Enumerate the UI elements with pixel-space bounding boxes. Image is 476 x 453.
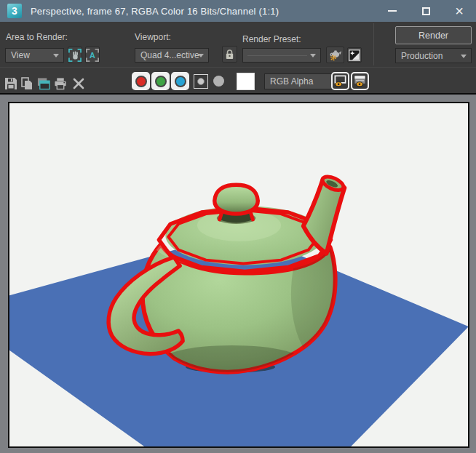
render-toolbar: Area to Render: View A Viewport: Quad 4.… xyxy=(0,22,476,67)
clear-image-button[interactable] xyxy=(72,77,85,90)
area-to-render-value: View xyxy=(11,50,30,60)
clone-rendered-frame-icon xyxy=(37,77,50,90)
pan-region-button[interactable] xyxy=(68,47,82,63)
auto-region-icon: A xyxy=(86,49,99,62)
render-button-label: Render xyxy=(419,31,448,41)
toggle-ui-button[interactable] xyxy=(351,72,369,90)
copy-image-button[interactable] xyxy=(20,77,33,90)
alpha-channel-icon xyxy=(197,78,205,85)
close-icon: × xyxy=(455,4,464,18)
toggle-ui-icon xyxy=(353,74,367,88)
viewport-value: Quad 4...ective xyxy=(140,50,199,60)
copy-icon xyxy=(20,77,33,90)
minimize-icon xyxy=(388,10,397,12)
clone-rendered-frame-button[interactable] xyxy=(37,77,50,90)
background-color-swatch[interactable] xyxy=(237,73,255,90)
image-toolbar: RGB Alpha xyxy=(0,67,476,95)
rendered-frame-window: 3 Perspective, frame 67, RGBA Color 16 B… xyxy=(0,0,476,453)
save-image-button[interactable] xyxy=(4,77,17,90)
green-channel-icon xyxy=(155,76,167,87)
app-icon: 3 xyxy=(7,4,22,18)
blue-channel-icon xyxy=(175,76,186,87)
lock-viewport-button[interactable] xyxy=(222,46,237,63)
print-image-button[interactable] xyxy=(54,77,67,90)
teapot-knob xyxy=(215,185,258,214)
viewport-label: Viewport: xyxy=(135,32,171,42)
channel-display-value: RGB Alpha xyxy=(270,76,313,87)
preset-divider-line xyxy=(247,55,307,56)
delete-icon xyxy=(72,77,85,90)
red-channel-icon xyxy=(135,76,147,87)
toggle-ui-overlays-button[interactable] xyxy=(331,72,349,90)
alpha-channel-toggle[interactable] xyxy=(194,74,208,89)
svg-text:A: A xyxy=(90,51,95,60)
area-to-render-dropdown[interactable]: View xyxy=(5,48,64,63)
toggle-ui-overlays-icon xyxy=(333,74,347,88)
canvas-frame xyxy=(0,95,476,453)
viewport-dropdown[interactable]: Quad 4...ective xyxy=(135,48,209,63)
maximize-button[interactable] xyxy=(409,0,443,22)
chevron-down-icon xyxy=(53,54,59,57)
area-to-render-label: Area to Render: xyxy=(6,32,68,42)
render-preset-dropdown[interactable] xyxy=(242,48,321,63)
chevron-down-icon xyxy=(198,54,204,57)
titlebar: 3 Perspective, frame 67, RGBA Color 16 B… xyxy=(0,0,476,22)
chevron-down-icon xyxy=(461,55,467,58)
render-preset-label: Render Preset: xyxy=(242,34,301,44)
render-setup-button[interactable] xyxy=(326,47,344,63)
print-icon xyxy=(54,77,67,90)
green-channel-toggle[interactable] xyxy=(151,72,170,90)
toolbar-divider xyxy=(373,23,374,65)
lock-viewport-icon xyxy=(223,48,236,60)
maximize-icon xyxy=(422,7,430,15)
render-mode-dropdown[interactable]: Production xyxy=(395,48,472,63)
window-controls: × xyxy=(376,0,476,22)
render-button[interactable]: Render xyxy=(395,26,472,44)
red-channel-toggle[interactable] xyxy=(132,72,150,90)
environment-exposure-button[interactable] xyxy=(347,47,362,63)
save-icon xyxy=(4,77,17,90)
pan-region-icon xyxy=(68,49,82,62)
close-button[interactable]: × xyxy=(443,0,476,22)
minimize-button[interactable] xyxy=(376,0,409,22)
rendered-image-canvas xyxy=(8,102,469,448)
chevron-down-icon xyxy=(310,54,316,57)
monochrome-toggle[interactable] xyxy=(213,76,224,87)
window-title: Perspective, frame 67, RGBA Color 16 Bit… xyxy=(31,6,279,17)
teapot-render xyxy=(9,103,468,446)
blue-channel-toggle[interactable] xyxy=(171,72,189,90)
render-setup-teapot-icon xyxy=(328,48,343,62)
environment-exposure-icon xyxy=(349,49,360,61)
auto-region-button[interactable]: A xyxy=(85,47,100,63)
render-mode-value: Production xyxy=(401,51,443,61)
